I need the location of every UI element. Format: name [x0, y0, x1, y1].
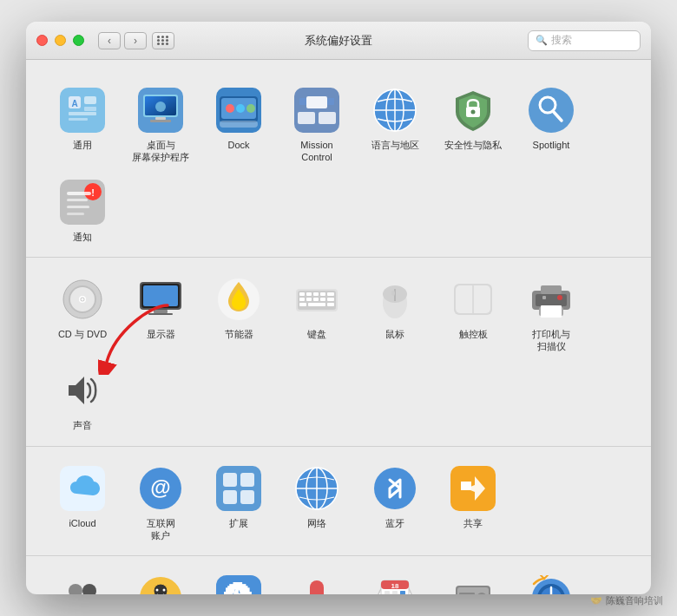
pref-language[interactable]: 语言与地区	[356, 79, 434, 171]
pref-appstore[interactable]: 🅐 App Store	[200, 567, 278, 594]
icloud-icon	[60, 466, 105, 511]
pref-users[interactable]: 用户与群组	[43, 567, 122, 594]
pref-displays[interactable]: 显示器	[122, 268, 200, 360]
dictation-icon-wrap	[292, 573, 341, 594]
pref-icloud[interactable]: iCloud	[43, 457, 122, 549]
svg-rect-61	[306, 292, 312, 296]
appstore-icon-wrap: 🅐	[214, 573, 263, 594]
displays-label: 显示器	[147, 328, 175, 340]
printers-icon-wrap	[527, 275, 575, 324]
energy-icon	[216, 277, 261, 322]
pref-network[interactable]: 网络	[278, 457, 356, 549]
pref-security[interactable]: 安全性与隐私	[434, 79, 512, 171]
pref-desktop[interactable]: 桌面与屏幕保护程序	[122, 79, 200, 171]
mouse-icon-wrap	[371, 275, 419, 324]
users-icon	[60, 575, 105, 594]
pref-cddvd[interactable]: CD 与 DVD	[43, 268, 122, 360]
svg-rect-62	[313, 292, 319, 296]
svg-rect-91	[216, 466, 261, 511]
pref-trackpad[interactable]: 触控板	[434, 268, 512, 360]
svg-rect-93	[240, 473, 254, 487]
timemachine-icon	[529, 575, 574, 594]
pref-keyboard[interactable]: 键盘	[278, 268, 356, 360]
pref-datetime[interactable]: 18 日期与时间	[356, 567, 434, 594]
pref-sharing[interactable]: 共享	[434, 457, 512, 549]
svg-text:!: !	[91, 187, 95, 198]
language-label: 语言与地区	[371, 139, 419, 151]
section-system: 用户与群组 家长控制	[26, 556, 651, 594]
svg-rect-71	[308, 303, 325, 306]
pref-startup[interactable]: 启动磁盘	[434, 567, 512, 594]
sound-label: 声音	[73, 419, 92, 431]
forward-button[interactable]: ›	[124, 32, 147, 49]
pref-mission[interactable]: MissionControl	[278, 79, 356, 171]
general-label: 通用	[73, 139, 92, 151]
desktop-label: 桌面与屏幕保护程序	[132, 139, 189, 164]
printers-icon	[529, 277, 574, 322]
section-personal: A 通用	[26, 69, 651, 258]
pref-extensions[interactable]: 扩展	[200, 457, 278, 549]
svg-point-34	[471, 110, 476, 115]
pref-general[interactable]: A 通用	[43, 79, 122, 171]
pref-spotlight[interactable]: Spotlight	[512, 79, 590, 171]
svg-rect-127	[392, 591, 398, 594]
maximize-button[interactable]	[73, 35, 84, 46]
pref-dictation[interactable]: 听写与语音	[278, 567, 356, 594]
notifications-icon: !	[60, 180, 105, 225]
internetaccounts-icon-wrap: @	[136, 464, 185, 513]
language-icon	[372, 88, 417, 133]
svg-text:A: A	[71, 99, 77, 108]
svg-point-86	[557, 295, 562, 300]
close-button[interactable]	[36, 35, 48, 46]
bluetooth-icon-wrap	[371, 464, 419, 513]
section-hardware: CD 与 DVD 显示器	[26, 258, 651, 447]
grid-view-button[interactable]	[152, 32, 174, 49]
svg-rect-82	[541, 285, 562, 294]
pref-timemachine[interactable]: Time Machine	[512, 567, 590, 594]
svg-point-20	[246, 104, 255, 113]
svg-point-101	[374, 468, 416, 509]
svg-rect-41	[67, 192, 91, 195]
window-title: 系统偏好设置	[305, 33, 372, 49]
minimize-button[interactable]	[55, 35, 66, 46]
pref-energy[interactable]: 节能器	[200, 268, 278, 360]
svg-text:@: @	[150, 475, 170, 499]
security-icon	[450, 88, 496, 133]
energy-label: 节能器	[225, 328, 253, 340]
pref-parental[interactable]: 家长控制	[122, 567, 200, 594]
pref-bluetooth[interactable]: 蓝牙	[356, 457, 434, 549]
svg-rect-63	[320, 292, 325, 296]
pref-internet-accounts[interactable]: @ 互联网账户	[122, 457, 200, 549]
pref-dock[interactable]: Dock	[200, 79, 278, 171]
svg-rect-126	[385, 591, 390, 594]
back-button[interactable]: ‹	[98, 32, 121, 49]
svg-rect-13	[155, 117, 166, 120]
internet-icons: iCloud @ 互联网账户	[43, 457, 634, 549]
parental-icon-wrap	[136, 573, 185, 594]
hardware-icons: CD 与 DVD 显示器	[43, 268, 634, 439]
titlebar: ‹ › 系统偏好设置 🔍 搜索	[26, 22, 651, 60]
timemachine-icon-wrap	[527, 573, 575, 594]
svg-rect-67	[313, 298, 319, 301]
svg-rect-85	[542, 296, 546, 299]
mouse-label: 鼠标	[385, 328, 404, 340]
pref-sound[interactable]: 声音	[43, 359, 122, 438]
pref-notifications[interactable]: ! 通知	[43, 171, 122, 250]
pref-mouse[interactable]: 鼠标	[356, 268, 434, 360]
cddvd-icon-wrap	[58, 275, 107, 324]
keyboard-icon	[294, 277, 339, 322]
trackpad-label: 触控板	[459, 328, 488, 340]
search-box[interactable]: 🔍 搜索	[528, 30, 641, 51]
keyboard-label: 键盘	[307, 328, 326, 340]
network-icon	[294, 466, 339, 511]
svg-rect-14	[150, 120, 171, 122]
desktop-icon-wrap	[136, 86, 185, 134]
internetaccounts-label: 互联网账户	[147, 517, 175, 542]
pref-printers[interactable]: 打印机与扫描仪	[512, 268, 590, 360]
energy-icon-wrap	[214, 275, 263, 324]
dock-icon-wrap	[214, 86, 263, 134]
internetaccounts-icon: @	[138, 466, 183, 511]
dock-label: Dock	[227, 139, 249, 151]
sound-icon-wrap	[58, 366, 107, 415]
network-label: 网络	[307, 517, 326, 529]
